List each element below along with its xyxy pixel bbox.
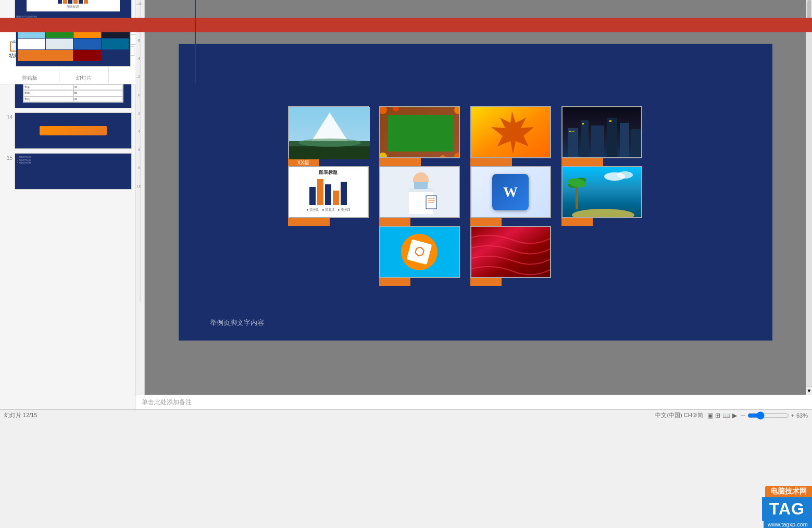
svg-rect-58: [609, 120, 611, 122]
caption-word: [470, 218, 502, 226]
image-item-leaf[interactable]: [470, 106, 551, 166]
editor-area: -18 -16 -14 -12 -10 -8 -6 -4 -2 0 2 4 6 …: [135, 0, 812, 409]
slide-thumb-14[interactable]: 14: [2, 111, 133, 150]
svg-rect-52: [607, 118, 617, 158]
svg-rect-40: [388, 115, 453, 152]
zoom-slider[interactable]: [747, 412, 789, 419]
image-item-office[interactable]: ⬡: [379, 226, 460, 286]
caption-board: [379, 158, 421, 166]
vertical-scrollbar[interactable]: ▲ ▼: [806, 0, 812, 395]
svg-text:-6: -6: [136, 38, 141, 43]
image-item-board[interactable]: [379, 106, 460, 166]
watermark-site: 电脑技术网: [765, 486, 812, 497]
svg-point-74: [617, 171, 633, 179]
svg-rect-53: [620, 123, 629, 158]
view-reading-button[interactable]: 📖: [722, 412, 730, 419]
status-bar: 幻灯片 12/15 中文(中国) CH②简 ▣ ⊞ 📖 ▶ ─ + 63%: [0, 409, 812, 421]
image-item-mountain[interactable]: XX摄: [288, 106, 369, 168]
watermark: 电脑技术网 TAG www.tagxp.com: [762, 486, 812, 528]
svg-rect-54: [631, 129, 642, 158]
svg-text:0: 0: [138, 93, 141, 97]
clipboard-label: 剪贴板: [3, 73, 56, 82]
svg-rect-55: [569, 131, 571, 132]
svg-point-38: [298, 139, 361, 147]
vertical-ruler: -10 -8 -6 -4 -2 0 2 4 6 8 10: [135, 0, 145, 395]
image-item-fabric[interactable]: [470, 226, 551, 286]
slide-thumb-15[interactable]: 15 • 内容文字示例 • 内容文字示例 • 内容文字示例: [2, 152, 133, 191]
slide-main: XX摄: [179, 44, 772, 341]
slide-canvas[interactable]: XX摄: [145, 0, 806, 395]
svg-rect-50: [581, 120, 589, 158]
view-slide-sorter-button[interactable]: ⊞: [715, 412, 720, 419]
svg-rect-37: [289, 146, 370, 159]
svg-text:10: 10: [136, 184, 141, 188]
caption-office: [379, 278, 410, 286]
caption-fabric: [470, 278, 502, 286]
image-item-city[interactable]: [561, 106, 642, 166]
svg-text:6: 6: [138, 147, 141, 152]
caption-leaf: [470, 158, 512, 166]
svg-text:8: 8: [138, 166, 141, 170]
caption-chart: [288, 218, 330, 226]
watermark-url: www.tagxp.com: [764, 521, 812, 528]
svg-rect-63: [414, 182, 428, 189]
slides-label: 幻灯片: [63, 73, 105, 82]
zoom-out-button[interactable]: ─: [741, 412, 745, 419]
notes-area[interactable]: 单击此处添加备注: [135, 395, 812, 409]
svg-rect-49: [568, 128, 578, 158]
svg-rect-51: [591, 125, 604, 158]
scroll-down-button[interactable]: ▼: [806, 386, 812, 395]
notes-placeholder[interactable]: 单击此处添加备注: [142, 398, 192, 407]
zoom-in-button[interactable]: +: [791, 412, 794, 419]
watermark-tag: TAG: [762, 497, 812, 521]
slide-count: 幻灯片 12/15: [4, 411, 38, 419]
zoom-level: 63%: [796, 412, 808, 419]
quick-access-toolbar: [0, 18, 812, 32]
caption-doctor: [379, 218, 410, 226]
image-item-chart[interactable]: 图表标题 ● 类别1● 类别2● 类别3: [288, 166, 369, 226]
svg-text:4: 4: [138, 129, 141, 134]
image-item-word[interactable]: W: [470, 166, 551, 226]
caption-city: [561, 158, 603, 166]
svg-rect-56: [572, 131, 574, 132]
language-indicator: 中文(中国) CH②简: [655, 411, 703, 419]
slide-footer: 举例页脚文字内容: [210, 318, 264, 328]
caption-ocean: [561, 218, 593, 226]
svg-text:-10: -10: [136, 2, 143, 6]
image-item-ocean[interactable]: [561, 166, 642, 226]
slide-panel: 11 图表标题 图片文字说明示例 12: [0, 0, 135, 409]
image-item-doctor[interactable]: [379, 166, 460, 226]
main-area: 11 图表标题 图片文字说明示例 12: [0, 0, 812, 409]
view-normal-button[interactable]: ▣: [707, 412, 713, 419]
canvas-area: -10 -8 -6 -4 -2 0 2 4 6 8 10: [135, 0, 812, 395]
view-slideshow-button[interactable]: ▶: [732, 412, 737, 419]
svg-text:-4: -4: [136, 56, 141, 61]
svg-text:-2: -2: [136, 74, 141, 79]
svg-text:2: 2: [138, 111, 141, 116]
svg-rect-57: [582, 123, 584, 124]
